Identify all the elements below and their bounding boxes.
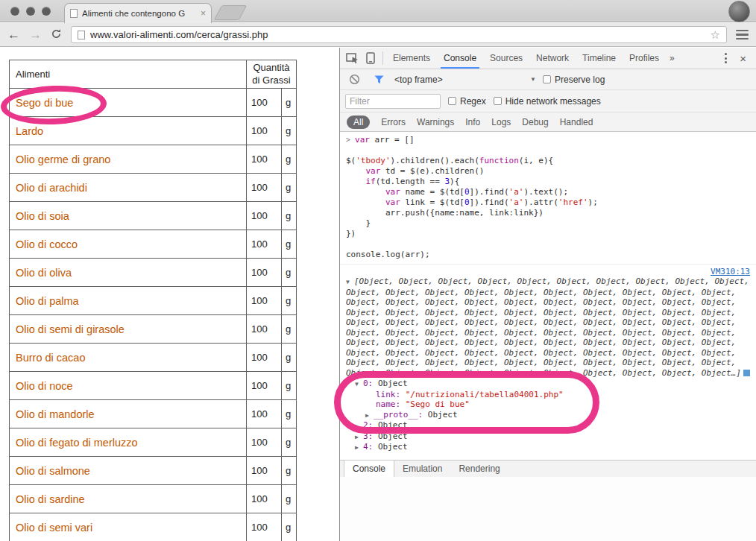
- unit-cell: g: [282, 372, 297, 400]
- table-row: Olio di sardine 100 g: [10, 485, 297, 513]
- traffic-light-close[interactable]: [10, 7, 19, 16]
- tree-row-0[interactable]: ▼0: Object: [346, 379, 750, 390]
- tree-row-4[interactable]: ▶4: Object: [346, 442, 750, 453]
- unit-cell: g: [282, 230, 297, 259]
- table-row: Olio di palma 100 g: [10, 287, 297, 315]
- bookmark-star-icon[interactable]: ☆: [711, 29, 720, 40]
- new-tab-button[interactable]: [214, 5, 248, 20]
- window-controls: [10, 7, 51, 16]
- drawer-tab-console[interactable]: Console: [344, 461, 394, 477]
- drawer-tab-rendering[interactable]: Rendering: [450, 461, 508, 477]
- regex-checkbox[interactable]: [448, 97, 456, 105]
- table-row: Olio di salmone 100 g: [10, 457, 297, 485]
- page-icon: [78, 31, 85, 39]
- table-row: Olio di cocco 100 g: [10, 230, 297, 259]
- tree-row-proto[interactable]: ▶__proto__: Object: [346, 410, 750, 421]
- tree-prop-link: link: "/nutrizionali/tabella04001.php": [346, 390, 750, 400]
- inspect-element-icon[interactable]: [344, 48, 362, 69]
- food-table: Alimenti Quantità di Grassi Sego di bue …: [9, 60, 297, 541]
- traffic-light-minimize[interactable]: [26, 7, 35, 16]
- food-link[interactable]: Olio di soia: [16, 210, 69, 222]
- tab-console[interactable]: Console: [437, 48, 483, 69]
- food-link[interactable]: Olio di semi vari: [16, 522, 92, 534]
- food-link[interactable]: Olio di salmone: [16, 465, 90, 477]
- level-all[interactable]: All: [347, 116, 370, 129]
- food-link[interactable]: Olio di oliva: [16, 267, 72, 279]
- forward-icon[interactable]: →: [29, 28, 42, 41]
- toolbar-divider: [382, 51, 383, 65]
- devtools-menu-icon[interactable]: [718, 53, 734, 63]
- unit-cell: g: [282, 259, 297, 287]
- url-field[interactable]: www.valori-alimenti.com/cerca/grassi.php…: [71, 26, 727, 43]
- food-link[interactable]: Olio di semi di girasole: [16, 323, 125, 335]
- table-row: Olio di semi di girasole 100 g: [10, 315, 297, 344]
- food-link[interactable]: Olio di arachidi: [16, 182, 87, 194]
- tab-sources[interactable]: Sources: [483, 48, 529, 69]
- device-mode-icon[interactable]: [362, 48, 379, 69]
- tree-row-3[interactable]: ▶3: Object: [346, 431, 750, 443]
- object-tree: ▼0: Object link: "/nutrizionali/tabella0…: [346, 379, 750, 453]
- collapsed-triangle-icon[interactable]: ▶: [355, 432, 363, 443]
- collapsed-triangle-icon[interactable]: ▶: [355, 421, 363, 431]
- tab-elements[interactable]: Elements: [386, 48, 437, 69]
- console-filter-input[interactable]: [345, 94, 441, 109]
- food-link[interactable]: Burro di cacao: [16, 352, 86, 364]
- frame-selector[interactable]: <top frame> ▼: [394, 75, 536, 85]
- collapsed-triangle-icon[interactable]: ▶: [365, 411, 374, 421]
- quantity-cell: 100: [247, 145, 282, 174]
- devtools-close-icon[interactable]: ×: [734, 53, 752, 64]
- browser-profile-icon[interactable]: [728, 1, 750, 22]
- expanded-triangle-icon[interactable]: ▼: [355, 379, 363, 390]
- level-warnings[interactable]: Warnings: [417, 118, 454, 127]
- tab-close-icon[interactable]: ×: [201, 9, 206, 18]
- preserve-log-label: Preserve log: [555, 75, 605, 85]
- food-link[interactable]: Olio di sardine: [16, 493, 85, 505]
- more-tabs-chevron-icon[interactable]: »: [666, 53, 678, 63]
- preserve-log-checkbox[interactable]: [543, 75, 551, 83]
- console-log-area[interactable]: > var arr = [] $('tbody').children().eac…: [340, 132, 756, 460]
- array-preview-text: [Object, Object, Object, Object, Object,…: [346, 276, 749, 378]
- back-icon[interactable]: ←: [7, 28, 20, 41]
- food-link[interactable]: Olio germe di grano: [16, 154, 110, 165]
- unit-cell: g: [282, 117, 297, 145]
- source-location-link[interactable]: VM310:13: [711, 267, 750, 276]
- unit-cell: g: [282, 344, 297, 372]
- filter-row: Regex Hide network messages: [340, 90, 756, 113]
- clear-console-icon[interactable]: [345, 69, 363, 89]
- tab-timeline[interactable]: Timeline: [576, 48, 623, 69]
- quantity-cell: 100: [247, 485, 282, 513]
- level-logs[interactable]: Logs: [491, 118, 511, 127]
- quantity-cell: 100: [247, 513, 282, 541]
- tab-profiles[interactable]: Profiles: [623, 48, 666, 69]
- drawer-tab-emulation[interactable]: Emulation: [394, 461, 450, 477]
- level-debug[interactable]: Debug: [522, 118, 548, 127]
- filter-funnel-icon[interactable]: [370, 69, 388, 89]
- browser-tab[interactable]: Alimenti che contengono G ×: [64, 3, 212, 23]
- food-link[interactable]: Olio di mandorle: [16, 408, 95, 420]
- reload-icon[interactable]: [51, 28, 62, 42]
- table-row: Olio di oliva 100 g: [10, 259, 297, 287]
- food-link[interactable]: Sego di bue: [16, 97, 73, 109]
- unit-cell: g: [282, 287, 297, 315]
- hide-network-checkbox[interactable]: [494, 97, 502, 105]
- collapse-triangle-icon[interactable]: ▼: [346, 277, 354, 288]
- collapsed-triangle-icon[interactable]: ▶: [355, 443, 363, 453]
- tree-row-2[interactable]: ▶2: Object: [346, 420, 750, 431]
- level-errors[interactable]: Errors: [381, 118, 406, 127]
- tab-network[interactable]: Network: [529, 48, 576, 69]
- food-link[interactable]: Olio di palma: [16, 295, 79, 307]
- food-link[interactable]: Olio di noce: [16, 380, 73, 392]
- level-info[interactable]: Info: [465, 118, 480, 127]
- array-preview[interactable]: ▼[Object, Object, Object, Object, Object…: [346, 276, 750, 378]
- level-handled[interactable]: Handled: [560, 118, 593, 127]
- food-link[interactable]: Olio di cocco: [16, 238, 78, 250]
- table-row: Sego di bue 100 g: [10, 89, 297, 117]
- unit-cell: g: [282, 315, 297, 344]
- table-row: Olio di mandorle 100 g: [10, 400, 297, 428]
- unit-cell: g: [282, 202, 297, 230]
- food-link[interactable]: Olio di fegato di merluzzo: [16, 437, 138, 449]
- quantity-cell: 100: [247, 315, 282, 344]
- browser-menu-icon[interactable]: [736, 30, 749, 40]
- traffic-light-zoom[interactable]: [42, 7, 51, 16]
- food-link[interactable]: Lardo: [16, 125, 43, 137]
